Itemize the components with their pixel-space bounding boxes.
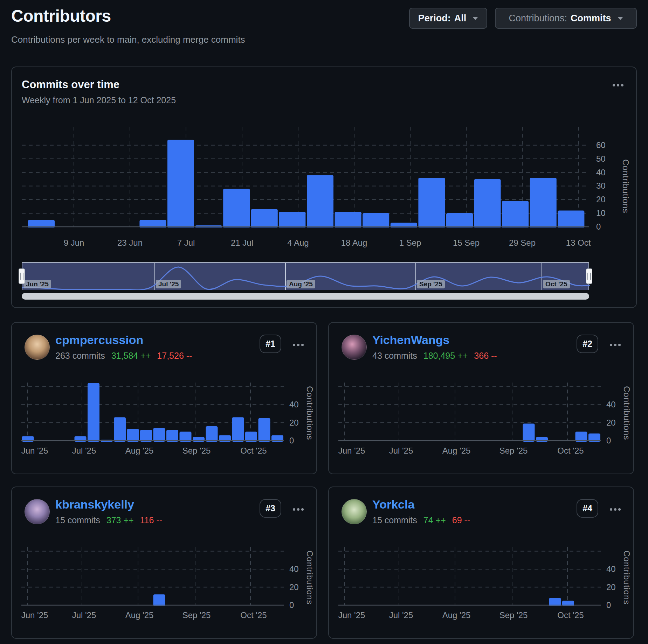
brush-scrollbar[interactable] [22, 293, 589, 300]
commits-over-time-card: Commits over time Weekly from 1 Jun 2025… [11, 66, 637, 308]
x-tick-label: Jun '25 [21, 446, 48, 456]
y-tick-label: 40 [289, 564, 299, 574]
y-tick-label: 50 [596, 154, 606, 164]
x-tick-label: 7 Jul [177, 238, 195, 248]
contributor-card-4: Yorkcla 15 commits 74 ++ 69 -- #4 40200 … [328, 486, 634, 639]
kebab-menu-icon[interactable] [293, 508, 304, 511]
contributor-username[interactable]: YichenWangs [372, 333, 449, 347]
chart-title: Commits over time [22, 78, 119, 91]
rank-badge: #1 [260, 335, 281, 353]
commit-count: 43 commits [372, 351, 417, 361]
contributor-stats: 15 commits 373 ++ 116 -- [55, 515, 162, 525]
period-dropdown-value: All [454, 13, 467, 24]
y-tick-label: 30 [596, 181, 606, 191]
x-tick-label: Jun '25 [338, 610, 365, 620]
rank-badge: #2 [577, 335, 598, 353]
x-tick-label: Sep '25 [499, 446, 528, 456]
chevron-down-icon [473, 17, 478, 20]
x-tick-label: Oct '25 [240, 446, 267, 456]
contributor-username[interactable]: kbranskykelly [55, 498, 134, 511]
contributor-stats: 263 commits 31,584 ++ 17,526 -- [55, 351, 192, 361]
x-tick-label: Aug '25 [442, 446, 471, 456]
y-tick-label: 0 [606, 600, 611, 610]
x-tick-label: 4 Aug [287, 238, 309, 248]
contributor-bar-chart[interactable] [21, 380, 284, 443]
kebab-menu-icon[interactable] [610, 508, 621, 511]
x-tick-label: Jul '25 [72, 610, 96, 620]
y-tick-label: 0 [289, 600, 294, 610]
y-tick-label: 20 [606, 418, 616, 428]
y-axis-title: Contributions [621, 146, 630, 227]
y-axis-title: Contributions [305, 385, 315, 441]
y-axis-title: Contributions [622, 550, 632, 606]
kebab-menu-icon[interactable] [613, 84, 623, 86]
x-tick-label: Aug '25 [442, 610, 471, 620]
page-subtitle: Contributions per week to main, excludin… [11, 34, 245, 45]
x-tick-label: Oct '25 [557, 446, 584, 456]
contributor-card-1: cpmpercussion 263 commits 31,584 ++ 17,5… [11, 322, 317, 474]
kebab-menu-icon[interactable] [293, 344, 304, 346]
rank-badge: #4 [577, 499, 598, 518]
x-tick-label: 13 Oct [566, 238, 591, 248]
x-tick-label: Aug '25 [125, 446, 154, 456]
x-tick-label: 23 Jun [117, 238, 143, 248]
y-tick-label: 40 [596, 168, 606, 177]
y-tick-label: 20 [289, 582, 299, 592]
contributor-stats: 43 commits 180,495 ++ 366 -- [372, 351, 497, 361]
period-dropdown[interactable]: Period: All [409, 8, 487, 29]
x-tick-label: Jul '25 [72, 446, 96, 456]
contributor-username[interactable]: Yorkcla [372, 498, 414, 511]
additions-count: 74 ++ [423, 515, 446, 525]
x-tick-label: 9 Jun [64, 238, 84, 248]
contributor-bar-chart[interactable] [338, 380, 601, 443]
contributor-stats: 15 commits 74 ++ 69 -- [372, 515, 470, 525]
x-tick-label: Sep '25 [182, 610, 211, 620]
page-title: Contributors [11, 6, 111, 26]
kebab-menu-icon[interactable] [610, 344, 621, 346]
avatar[interactable] [25, 335, 50, 360]
y-tick-label: 40 [606, 400, 616, 410]
x-tick-label: 15 Sep [453, 238, 480, 248]
brush-right-handle[interactable] [586, 268, 592, 284]
y-tick-label: 20 [606, 582, 616, 592]
contributor-bar-chart[interactable] [21, 544, 284, 607]
additions-count: 180,495 ++ [423, 351, 468, 361]
x-tick-label: Oct '25 [240, 610, 267, 620]
x-tick-label: Jul '25 [389, 610, 413, 620]
deletions-count: 69 -- [452, 515, 470, 525]
avatar[interactable] [25, 499, 50, 524]
period-dropdown-label: Period: [418, 13, 451, 24]
x-axis-tick-labels: Jun '25Jul '25Aug '25Sep '25Oct '25 [21, 446, 284, 456]
x-axis-tick-labels: Jun '25Jul '25Aug '25Sep '25Oct '25 [21, 610, 284, 621]
x-tick-label: Sep '25 [182, 446, 211, 456]
contributions-dropdown[interactable]: Contributions: Commits [495, 8, 637, 29]
contributor-bar-chart[interactable] [338, 544, 601, 607]
chevron-down-icon [618, 17, 623, 20]
deletions-count: 366 -- [474, 351, 497, 361]
additions-count: 31,584 ++ [111, 351, 151, 361]
y-tick-label: 20 [596, 195, 606, 204]
brush-left-handle[interactable] [19, 268, 25, 284]
x-tick-label: 18 Aug [341, 238, 367, 248]
date-range-brush[interactable]: Jun '25Jul '25Aug '25Sep '25Oct '25 [22, 262, 589, 290]
x-tick-label: 1 Sep [399, 238, 421, 248]
x-tick-label: Oct '25 [557, 610, 584, 620]
contributor-username[interactable]: cpmpercussion [55, 333, 143, 347]
commits-bar-chart[interactable] [22, 125, 589, 227]
brush-month-label: Sep '25 [417, 280, 445, 288]
commit-count: 15 commits [55, 515, 100, 525]
contributor-card-3: kbranskykelly 15 commits 373 ++ 116 -- #… [11, 486, 317, 639]
x-axis-tick-labels: Jun '25Jul '25Aug '25Sep '25Oct '25 [338, 610, 601, 621]
y-tick-label: 60 [596, 140, 606, 150]
deletions-count: 17,526 -- [157, 351, 192, 361]
avatar[interactable] [342, 335, 367, 360]
x-tick-label: Aug '25 [125, 610, 154, 620]
y-tick-label: 10 [596, 208, 606, 218]
contributions-dropdown-label: Contributions: [509, 13, 567, 24]
contributions-dropdown-value: Commits [571, 13, 611, 24]
commit-count: 263 commits [55, 351, 105, 361]
y-tick-label: 20 [289, 418, 299, 428]
y-tick-label: 40 [606, 564, 616, 574]
brush-month-label: Oct '25 [543, 280, 570, 288]
avatar[interactable] [342, 499, 367, 524]
